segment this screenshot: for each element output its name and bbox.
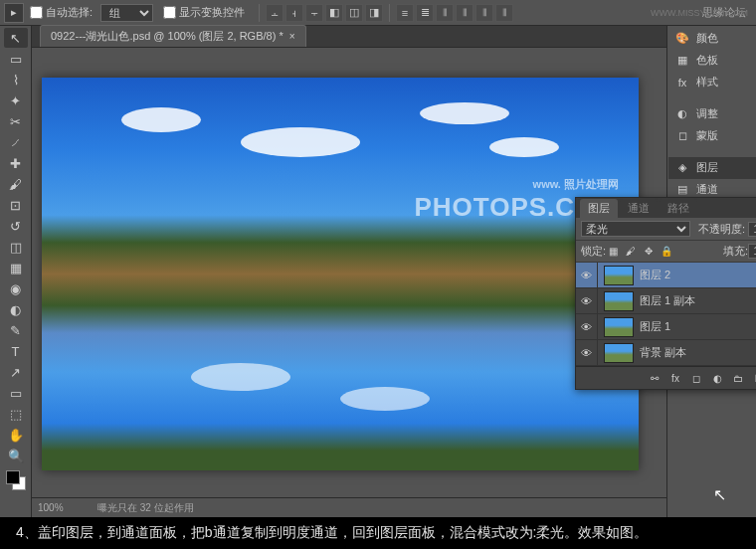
dock-mask[interactable]: ◻蒙版 [668, 125, 756, 147]
adjust-icon: ◐ [674, 107, 690, 121]
close-icon[interactable]: × [289, 31, 295, 42]
shape-tool-icon[interactable]: ▭ [4, 383, 28, 403]
3d-tool-icon[interactable]: ⬚ [4, 404, 28, 424]
canvas-viewport[interactable]: www. 照片处理网 PHOTOPS.COM [32, 48, 666, 497]
canvas-image: www. 照片处理网 PHOTOPS.COM [42, 78, 639, 470]
visibility-icon[interactable]: 👁 [576, 263, 598, 287]
stamp-tool-icon[interactable]: ⊡ [4, 195, 28, 215]
tool-palette: ↖ ▭ ⌇ ✦ ✂ ⟋ ✚ 🖌 ⊡ ↺ ◫ ▦ ◉ ◐ ✎ T ↗ ▭ ⬚ ✋ … [0, 26, 32, 517]
layer-list: 👁 图层 2 👁 图层 1 副本 👁 图层 1 👁 背景 副本 [576, 263, 756, 366]
align-hcenter-icon[interactable]: ◫ [345, 4, 363, 22]
show-transform-checkbox[interactable]: 显示变换控件 [163, 5, 245, 20]
zoom-level[interactable]: 100% [38, 502, 88, 513]
fx-icon[interactable]: fx [666, 370, 684, 386]
dist-3-icon[interactable]: ⦀ [436, 4, 454, 22]
history-brush-icon[interactable]: ↺ [4, 216, 28, 236]
type-tool-icon[interactable]: T [4, 341, 28, 361]
eraser-tool-icon[interactable]: ◫ [4, 237, 28, 257]
dock-adjust[interactable]: ◐调整 [668, 103, 756, 125]
tab-channels[interactable]: 通道 [620, 199, 658, 218]
layer-item[interactable]: 👁 图层 1 [576, 314, 756, 340]
dist-6-icon[interactable]: ⦀ [495, 4, 513, 22]
dock-styles[interactable]: fx样式 [668, 72, 756, 93]
lock-transparent-icon[interactable]: ▦ [606, 245, 620, 259]
adjustment-icon[interactable]: ◐ [708, 370, 726, 386]
blend-mode-dropdown[interactable]: 柔光 [581, 221, 690, 237]
layer-thumbnail [604, 291, 634, 311]
visibility-icon[interactable]: 👁 [576, 288, 598, 313]
blur-tool-icon[interactable]: ◉ [4, 278, 28, 298]
eyedropper-tool-icon[interactable]: ⟋ [4, 132, 28, 152]
opacity-label: 不透明度: [698, 222, 745, 237]
color-swatch[interactable] [6, 470, 26, 490]
styles-icon: fx [674, 76, 690, 90]
tab-paths[interactable]: 路径 [660, 199, 697, 218]
visibility-icon[interactable]: 👁 [576, 340, 598, 365]
new-layer-icon[interactable]: ❐ [750, 370, 756, 386]
layers-panel: 图层 通道 路径 ▸≡ 柔光 不透明度: ▸ 锁定: ▦ 🖌 ✥ 🔒 填充: ▸… [575, 197, 756, 390]
dist-4-icon[interactable]: ⦀ [456, 4, 473, 22]
brush-tool-icon[interactable]: 🖌 [4, 174, 28, 194]
options-bar: ▸ 自动选择: 组 显示变换控件 ⫠ ⫞ ⫟ ◧ ◫ ◨ ≡ ≣ ⦀ ⦀ ⦀ ⦀… [0, 0, 756, 26]
lock-label: 锁定: [581, 244, 606, 259]
align-right-icon[interactable]: ◨ [365, 4, 383, 22]
dock-color[interactable]: 🎨颜色 [668, 28, 756, 50]
layer-item[interactable]: 👁 图层 2 [576, 263, 756, 288]
move-tool-preview: ▸ [4, 3, 24, 23]
hand-tool-icon[interactable]: ✋ [4, 425, 28, 445]
align-buttons: ⫠ ⫞ ⫟ ◧ ◫ ◨ [266, 4, 383, 22]
fill-label: 填充: [723, 244, 748, 259]
dist-5-icon[interactable]: ⦀ [475, 4, 493, 22]
lock-position-icon[interactable]: ✥ [642, 245, 656, 259]
visibility-icon[interactable]: 👁 [576, 314, 598, 339]
layer-item[interactable]: 👁 背景 副本 [576, 340, 756, 366]
align-left-icon[interactable]: ◧ [325, 4, 343, 22]
opacity-input[interactable] [748, 222, 756, 237]
zoom-tool-icon[interactable]: 🔍 [4, 446, 28, 465]
layers-icon: ◈ [674, 161, 690, 175]
dock-swatches[interactable]: ▦色板 [668, 50, 756, 72]
move-tool-icon[interactable]: ↖ [4, 28, 28, 48]
mask-add-icon[interactable]: ◻ [687, 370, 705, 386]
instruction-text: 4、盖印图层，到通道面板，把b通道复制到明度通道，回到图层面板，混合模式改为:柔… [0, 517, 756, 549]
pen-tool-icon[interactable]: ✎ [4, 320, 28, 340]
align-bottom-icon[interactable]: ⫟ [305, 4, 323, 22]
document-tab-title: 0922---湖光山色.psd @ 100% (图层 2, RGB/8) * [51, 29, 284, 44]
dist-1-icon[interactable]: ≡ [396, 4, 414, 22]
mask-icon: ◻ [674, 129, 690, 143]
document-tab[interactable]: 0922---湖光山色.psd @ 100% (图层 2, RGB/8) * × [40, 25, 306, 47]
crop-tool-icon[interactable]: ✂ [4, 111, 28, 131]
lock-pixels-icon[interactable]: 🖌 [624, 245, 638, 259]
lock-all-icon[interactable]: 🔒 [660, 245, 673, 259]
layer-name: 图层 1 副本 [640, 293, 756, 308]
layer-name: 图层 1 [640, 319, 756, 334]
lasso-tool-icon[interactable]: ⌇ [4, 70, 28, 90]
heal-tool-icon[interactable]: ✚ [4, 153, 28, 173]
layer-name: 图层 2 [640, 268, 756, 282]
folder-icon[interactable]: 🗀 [729, 370, 747, 386]
dodge-tool-icon[interactable]: ◐ [4, 299, 28, 319]
path-tool-icon[interactable]: ↗ [4, 362, 28, 382]
layers-footer: ⚯ fx ◻ ◐ 🗀 ❐ 🗑 [576, 366, 756, 389]
layer-thumbnail [604, 266, 634, 285]
layer-item[interactable]: 👁 图层 1 副本 [576, 288, 756, 314]
swatches-icon: ▦ [674, 54, 690, 68]
auto-select-dropdown[interactable]: 组 [100, 4, 153, 22]
tab-layers[interactable]: 图层 [580, 199, 618, 218]
align-vcenter-icon[interactable]: ⫞ [285, 4, 303, 22]
marquee-tool-icon[interactable]: ▭ [4, 49, 28, 69]
forum-url: WWW.MISSYUAN.COM [651, 8, 748, 18]
link-icon[interactable]: ⚯ [646, 370, 663, 386]
gradient-tool-icon[interactable]: ▦ [4, 258, 28, 277]
dist-2-icon[interactable]: ≣ [416, 4, 434, 22]
fill-input[interactable] [748, 244, 756, 259]
align-top-icon[interactable]: ⫠ [266, 4, 284, 22]
channels-icon: ▤ [674, 183, 690, 197]
dock-layers[interactable]: ◈图层 [668, 157, 756, 179]
status-bar: 100% 曝光只在 32 位起作用 [32, 497, 666, 517]
document-tabs: 0922---湖光山色.psd @ 100% (图层 2, RGB/8) * × [32, 26, 666, 48]
palette-icon: 🎨 [674, 32, 690, 46]
status-info: 曝光只在 32 位起作用 [97, 501, 194, 515]
wand-tool-icon[interactable]: ✦ [4, 91, 28, 110]
auto-select-checkbox[interactable]: 自动选择: [30, 5, 93, 20]
